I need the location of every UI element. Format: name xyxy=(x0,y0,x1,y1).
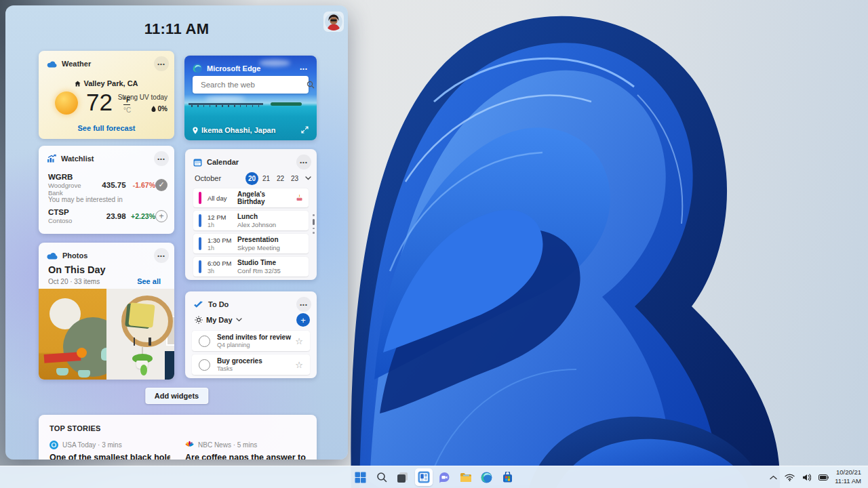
calendar-day-23[interactable]: 23 xyxy=(288,172,301,185)
calendar-more-button[interactable]: ••• xyxy=(296,155,311,169)
todo-title: To Do xyxy=(208,300,229,308)
calendar-event[interactable]: 1:30 PM 1h Presentation Skype Meeting xyxy=(193,234,309,253)
calendar-widget[interactable]: Calendar ••• October 20 21 22 23 xyxy=(185,149,317,280)
search-icon[interactable] xyxy=(307,81,315,89)
task-title: Buy groceries xyxy=(217,357,262,365)
taskbar: 10/20/21 11:11 AM xyxy=(0,466,868,488)
stock-row[interactable]: WGRB Woodgrove Bank 435.75 -1.67% ✓ xyxy=(48,173,167,197)
todo-task[interactable]: Send invites for review Q4 planning ☆ xyxy=(192,331,310,351)
taskbar-clock[interactable]: 10/20/21 11:11 AM xyxy=(835,468,864,486)
calendar-event[interactable]: All day Angela's Birthday xyxy=(193,188,309,207)
event-duration: 1h xyxy=(208,222,237,228)
photo-thumbnail[interactable] xyxy=(39,289,106,380)
photo-thumbnail[interactable] xyxy=(106,289,174,380)
see-all-link[interactable]: See all xyxy=(133,277,165,286)
photos-heading: On This Day xyxy=(48,264,106,275)
star-icon[interactable]: ☆ xyxy=(295,360,303,370)
chevron-down-icon xyxy=(236,318,242,322)
chevron-down-icon[interactable] xyxy=(302,175,311,182)
task-list-name: Q4 planning xyxy=(217,342,291,348)
top-stories-heading: TOP STORIES xyxy=(50,424,101,432)
battery-icon[interactable] xyxy=(817,473,830,482)
desktop: 11:11 AM Weather ••• xyxy=(0,0,868,488)
todo-more-button[interactable]: ••• xyxy=(296,297,311,312)
microsoft-store-button[interactable] xyxy=(499,468,517,486)
start-button[interactable] xyxy=(352,468,370,486)
edge-widget[interactable]: Microsoft Edge ••• Ikema Ohashi, Japan xyxy=(184,56,317,140)
article-headline: Are coffee naps the answer to your xyxy=(185,453,306,460)
edge-search-box[interactable] xyxy=(193,76,309,94)
island-illustration xyxy=(271,102,302,106)
todo-task-list: Send invites for review Q4 planning ☆ Bu… xyxy=(192,331,310,375)
event-color-bar xyxy=(199,237,201,250)
edge-title: Microsoft Edge xyxy=(207,64,260,73)
stock-price: 435.75 xyxy=(96,181,125,189)
calendar-event[interactable]: 12 PM 1h Lunch Alex Johnson xyxy=(193,211,309,230)
my-day-sun-icon xyxy=(195,316,203,324)
tray-time: 11:11 AM xyxy=(835,477,861,486)
profile-button[interactable] xyxy=(323,12,344,32)
watchlist-title: Watchlist xyxy=(61,155,94,163)
news-article[interactable]: NBC News · 5 mins Are coffee naps the an… xyxy=(185,441,306,460)
user-avatar xyxy=(325,13,342,30)
star-icon[interactable]: ☆ xyxy=(295,336,303,346)
widgets-button[interactable] xyxy=(415,468,433,486)
unit-celsius[interactable]: °C xyxy=(123,106,138,114)
stock-added-check-icon[interactable]: ✓ xyxy=(155,179,167,191)
weather-temperature: 72 xyxy=(86,89,113,116)
todo-widget[interactable]: To Do ••• My Day + Send invites for revi… xyxy=(185,291,317,378)
edge-browser-button[interactable] xyxy=(478,468,496,486)
wifi-icon[interactable] xyxy=(783,472,796,483)
chat-button[interactable] xyxy=(436,468,454,486)
add-widgets-button[interactable]: Add widgets xyxy=(145,388,208,404)
watchlist-more-button[interactable]: ••• xyxy=(154,151,169,166)
task-checkbox[interactable] xyxy=(199,336,210,347)
tray-date: 10/20/21 xyxy=(835,468,861,477)
news-article[interactable]: USA Today · 3 mins One of the smallest b… xyxy=(50,441,170,460)
home-icon xyxy=(75,81,81,87)
calendar-day-20[interactable]: 20 xyxy=(245,172,258,185)
add-stock-icon[interactable]: + xyxy=(155,210,167,222)
stock-row[interactable]: CTSP Contoso 23.98 +2.23% + xyxy=(48,208,167,224)
weather-widget[interactable]: Weather ••• Valley Park, CA 72 °F °C Str… xyxy=(39,51,174,139)
task-view-button[interactable] xyxy=(394,468,412,486)
tray-chevron-up-icon[interactable] xyxy=(768,474,778,481)
droplet-icon xyxy=(151,106,156,112)
event-time: 1:30 PM xyxy=(208,237,237,244)
task-checkbox[interactable] xyxy=(199,359,210,371)
weather-cloud-icon xyxy=(47,60,57,68)
calendar-day-21[interactable]: 21 xyxy=(260,172,273,185)
bridge-illustration xyxy=(189,103,263,105)
usa-today-icon xyxy=(50,441,58,449)
stock-price: 23.98 xyxy=(96,212,125,220)
calendar-event[interactable]: 6:00 PM 3h Studio Time Conf Rm 32/35 xyxy=(193,257,309,277)
todo-list-selector[interactable]: My Day + xyxy=(195,313,310,327)
event-color-bar xyxy=(199,260,201,273)
event-color-bar xyxy=(199,192,201,204)
expand-icon[interactable] xyxy=(300,125,310,135)
photo-collage[interactable] xyxy=(39,289,174,380)
edge-more-button[interactable]: ••• xyxy=(296,61,311,76)
weather-condition: Strong UV today xyxy=(118,94,167,101)
photos-more-button[interactable]: ••• xyxy=(154,248,169,263)
add-task-button[interactable]: + xyxy=(296,313,310,327)
todo-task[interactable]: Buy groceries Tasks ☆ xyxy=(192,354,310,375)
search-input[interactable] xyxy=(199,80,307,89)
photos-widget[interactable]: Photos ••• On This Day Oct 20 · 33 items… xyxy=(39,243,174,380)
widgets-panel: 11:11 AM Weather ••• xyxy=(5,5,348,460)
see-full-forecast-link[interactable]: See full forecast xyxy=(39,123,174,133)
panel-clock: 11:11 AM xyxy=(5,20,348,38)
task-title: Send invites for review xyxy=(217,333,291,341)
stock-chart-icon xyxy=(47,155,56,163)
search-button[interactable] xyxy=(373,468,391,486)
volume-icon[interactable] xyxy=(801,472,812,483)
watchlist-widget[interactable]: Watchlist ••• WGRB Woodgrove Bank 435.75… xyxy=(39,146,174,234)
weather-more-button[interactable]: ••• xyxy=(154,56,169,71)
file-explorer-button[interactable] xyxy=(457,468,475,486)
calendar-month: October xyxy=(195,174,221,182)
calendar-day-22[interactable]: 22 xyxy=(274,172,287,185)
calendar-scroll-indicator[interactable] xyxy=(313,214,315,234)
nbc-news-icon xyxy=(185,441,194,449)
stock-name: Contoso xyxy=(48,217,96,224)
event-subtitle: Conf Rm 32/35 xyxy=(237,267,281,274)
